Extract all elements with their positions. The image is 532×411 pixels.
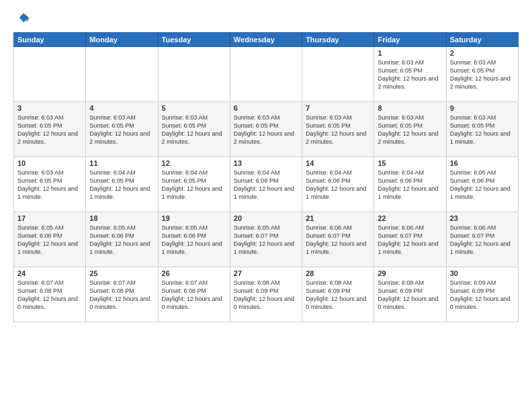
week-row-3: 17Sunrise: 6:05 AM Sunset: 6:06 PM Dayli…: [14, 212, 519, 267]
day-info: Sunrise: 6:04 AM Sunset: 6:06 PM Dayligh…: [306, 169, 370, 201]
day-cell: 2Sunrise: 6:03 AM Sunset: 6:05 PM Daylig…: [446, 47, 518, 102]
day-info: Sunrise: 6:04 AM Sunset: 6:05 PM Dayligh…: [89, 169, 154, 201]
day-info: Sunrise: 6:03 AM Sunset: 6:05 PM Dayligh…: [162, 113, 226, 146]
day-info: Sunrise: 6:07 AM Sunset: 6:08 PM Dayligh…: [162, 279, 226, 312]
day-info: Sunrise: 6:05 AM Sunset: 6:07 PM Dayligh…: [234, 224, 298, 257]
day-info: Sunrise: 6:03 AM Sunset: 6:05 PM Dayligh…: [234, 113, 298, 146]
day-number: 13: [234, 159, 298, 167]
day-number: 23: [450, 214, 515, 222]
day-number: 9: [450, 104, 515, 112]
week-row-4: 24Sunrise: 6:07 AM Sunset: 6:08 PM Dayli…: [14, 267, 519, 322]
day-info: Sunrise: 6:06 AM Sunset: 6:07 PM Dayligh…: [306, 224, 370, 257]
calendar-header: SundayMondayTuesdayWednesdayThursdayFrid…: [14, 33, 519, 47]
day-cell: 19Sunrise: 6:05 AM Sunset: 6:06 PM Dayli…: [158, 212, 230, 267]
day-number: 17: [17, 214, 82, 222]
logo-icon: [13, 11, 30, 27]
day-info: Sunrise: 6:03 AM Sunset: 6:05 PM Dayligh…: [17, 169, 82, 201]
day-number: 20: [234, 214, 298, 222]
header-monday: Monday: [86, 33, 158, 47]
day-cell: 30Sunrise: 6:09 AM Sunset: 6:09 PM Dayli…: [446, 267, 518, 322]
svg-marker-1: [26, 15, 30, 22]
day-number: 4: [89, 104, 154, 112]
calendar-body: 1Sunrise: 6:03 AM Sunset: 6:05 PM Daylig…: [14, 47, 519, 322]
day-cell: 13Sunrise: 6:04 AM Sunset: 6:06 PM Dayli…: [230, 157, 302, 212]
week-row-1: 3Sunrise: 6:03 AM Sunset: 6:05 PM Daylig…: [14, 102, 519, 157]
day-cell: 4Sunrise: 6:03 AM Sunset: 6:05 PM Daylig…: [86, 102, 158, 157]
header-row: SundayMondayTuesdayWednesdayThursdayFrid…: [14, 33, 519, 47]
day-number: 29: [378, 269, 442, 277]
day-number: 30: [450, 269, 515, 277]
calendar: SundayMondayTuesdayWednesdayThursdayFrid…: [13, 32, 519, 322]
day-number: 16: [450, 159, 515, 167]
day-cell: [86, 47, 158, 102]
day-info: Sunrise: 6:06 AM Sunset: 6:07 PM Dayligh…: [450, 224, 515, 257]
day-number: 21: [306, 214, 370, 222]
day-cell: 8Sunrise: 6:03 AM Sunset: 6:05 PM Daylig…: [374, 102, 446, 157]
day-cell: 25Sunrise: 6:07 AM Sunset: 6:08 PM Dayli…: [86, 267, 158, 322]
day-cell: 28Sunrise: 6:08 AM Sunset: 6:09 PM Dayli…: [302, 267, 374, 322]
day-number: 22: [378, 214, 442, 222]
day-number: 3: [17, 104, 82, 112]
day-cell: 7Sunrise: 6:03 AM Sunset: 6:05 PM Daylig…: [302, 102, 374, 157]
day-number: 1: [378, 49, 442, 57]
day-cell: [302, 47, 374, 102]
day-number: 14: [306, 159, 370, 167]
day-info: Sunrise: 6:04 AM Sunset: 6:06 PM Dayligh…: [378, 169, 442, 201]
day-cell: 23Sunrise: 6:06 AM Sunset: 6:07 PM Dayli…: [446, 212, 518, 267]
day-number: 18: [89, 214, 154, 222]
day-info: Sunrise: 6:03 AM Sunset: 6:05 PM Dayligh…: [306, 113, 370, 146]
day-cell: 26Sunrise: 6:07 AM Sunset: 6:08 PM Dayli…: [158, 267, 230, 322]
day-info: Sunrise: 6:03 AM Sunset: 6:05 PM Dayligh…: [450, 113, 515, 146]
day-cell: 18Sunrise: 6:05 AM Sunset: 6:06 PM Dayli…: [86, 212, 158, 267]
logo: [13, 11, 32, 27]
day-cell: 16Sunrise: 6:05 AM Sunset: 6:06 PM Dayli…: [446, 157, 518, 212]
day-number: 2: [450, 49, 515, 57]
day-cell: 24Sunrise: 6:07 AM Sunset: 6:08 PM Dayli…: [14, 267, 86, 322]
day-info: Sunrise: 6:08 AM Sunset: 6:09 PM Dayligh…: [378, 279, 442, 312]
day-number: 28: [306, 269, 370, 277]
day-info: Sunrise: 6:05 AM Sunset: 6:06 PM Dayligh…: [450, 169, 515, 201]
header-tuesday: Tuesday: [158, 33, 230, 47]
day-cell: 22Sunrise: 6:06 AM Sunset: 6:07 PM Dayli…: [374, 212, 446, 267]
header-thursday: Thursday: [302, 33, 374, 47]
day-cell: 10Sunrise: 6:03 AM Sunset: 6:05 PM Dayli…: [14, 157, 86, 212]
day-info: Sunrise: 6:09 AM Sunset: 6:09 PM Dayligh…: [450, 279, 515, 312]
day-cell: [158, 47, 230, 102]
day-cell: [230, 47, 302, 102]
day-cell: 27Sunrise: 6:08 AM Sunset: 6:09 PM Dayli…: [230, 267, 302, 322]
day-number: 26: [162, 269, 226, 277]
day-number: 11: [89, 159, 154, 167]
day-info: Sunrise: 6:05 AM Sunset: 6:06 PM Dayligh…: [89, 224, 154, 257]
day-number: 6: [234, 104, 298, 112]
day-cell: [14, 47, 86, 102]
day-info: Sunrise: 6:04 AM Sunset: 6:06 PM Dayligh…: [234, 169, 298, 201]
day-info: Sunrise: 6:03 AM Sunset: 6:05 PM Dayligh…: [89, 113, 154, 146]
day-number: 7: [306, 104, 370, 112]
header-sunday: Sunday: [14, 33, 86, 47]
day-info: Sunrise: 6:03 AM Sunset: 6:05 PM Dayligh…: [378, 58, 442, 91]
day-cell: 29Sunrise: 6:08 AM Sunset: 6:09 PM Dayli…: [374, 267, 446, 322]
day-number: 12: [162, 159, 226, 167]
day-cell: 14Sunrise: 6:04 AM Sunset: 6:06 PM Dayli…: [302, 157, 374, 212]
day-info: Sunrise: 6:08 AM Sunset: 6:09 PM Dayligh…: [234, 279, 298, 312]
day-cell: 17Sunrise: 6:05 AM Sunset: 6:06 PM Dayli…: [14, 212, 86, 267]
day-cell: 20Sunrise: 6:05 AM Sunset: 6:07 PM Dayli…: [230, 212, 302, 267]
week-row-0: 1Sunrise: 6:03 AM Sunset: 6:05 PM Daylig…: [14, 47, 519, 102]
day-cell: 9Sunrise: 6:03 AM Sunset: 6:05 PM Daylig…: [446, 102, 518, 157]
day-number: 25: [89, 269, 154, 277]
day-info: Sunrise: 6:07 AM Sunset: 6:08 PM Dayligh…: [17, 279, 82, 312]
week-row-2: 10Sunrise: 6:03 AM Sunset: 6:05 PM Dayli…: [14, 157, 519, 212]
day-cell: 15Sunrise: 6:04 AM Sunset: 6:06 PM Dayli…: [374, 157, 446, 212]
day-info: Sunrise: 6:03 AM Sunset: 6:05 PM Dayligh…: [450, 58, 515, 91]
day-info: Sunrise: 6:04 AM Sunset: 6:05 PM Dayligh…: [162, 169, 226, 201]
day-number: 10: [17, 159, 82, 167]
day-number: 24: [17, 269, 82, 277]
header-wednesday: Wednesday: [230, 33, 302, 47]
day-cell: 5Sunrise: 6:03 AM Sunset: 6:05 PM Daylig…: [158, 102, 230, 157]
header: [13, 11, 519, 27]
day-cell: 21Sunrise: 6:06 AM Sunset: 6:07 PM Dayli…: [302, 212, 374, 267]
day-number: 5: [162, 104, 226, 112]
day-cell: 1Sunrise: 6:03 AM Sunset: 6:05 PM Daylig…: [374, 47, 446, 102]
day-cell: 12Sunrise: 6:04 AM Sunset: 6:05 PM Dayli…: [158, 157, 230, 212]
day-info: Sunrise: 6:05 AM Sunset: 6:06 PM Dayligh…: [162, 224, 226, 257]
